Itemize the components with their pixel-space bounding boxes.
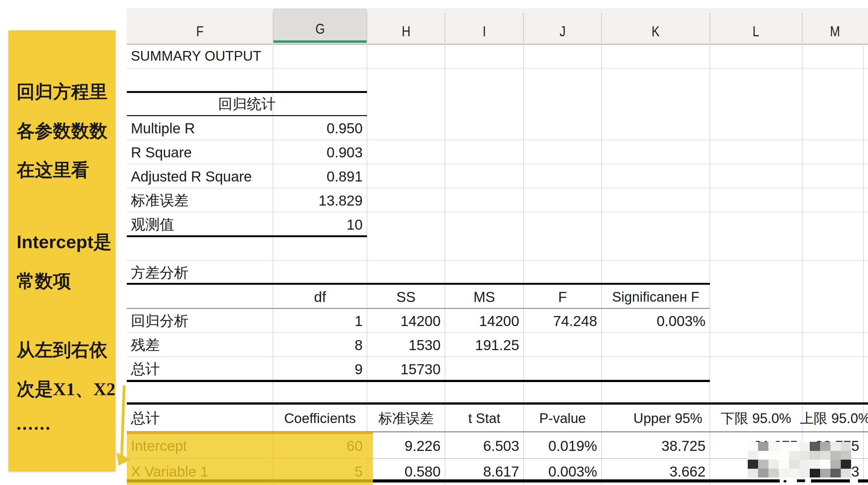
cell-total-label[interactable]: 总计 xyxy=(128,357,272,381)
cell-residual-label[interactable]: 残差 xyxy=(128,333,272,357)
cell-coef-header-tstat[interactable]: t Stat xyxy=(445,405,524,432)
mosaic-pixel xyxy=(820,460,830,469)
mosaic-pixel xyxy=(758,442,768,451)
note-line-ellipsis: ...... xyxy=(17,413,51,434)
cell-intercept-tstat[interactable]: 6.503 xyxy=(445,433,524,459)
mosaic-pixel xyxy=(830,451,841,460)
cell-regression-f[interactable]: 74.248 xyxy=(524,309,601,333)
cell-regression-df[interactable]: 1 xyxy=(273,309,367,333)
grid-divider xyxy=(523,12,524,43)
column-header-M[interactable]: M xyxy=(802,8,868,43)
cell-std-error-value[interactable]: 13.829 xyxy=(273,188,367,213)
cell-r-square-label[interactable]: R Square xyxy=(128,140,272,164)
cell-summary-output[interactable]: SUMMARY OUTPUT xyxy=(128,44,272,68)
cell-multiple-r-value[interactable]: 0.950 xyxy=(273,116,367,140)
mosaic-pixel xyxy=(820,442,830,451)
cell-intercept-pvalue[interactable]: 0.019% xyxy=(524,433,601,459)
cell-coef-header-stderr[interactable]: 标准误差 xyxy=(367,405,445,432)
cell-residual-ms[interactable]: 191.25 xyxy=(445,333,524,357)
mosaic-pixel xyxy=(841,469,851,478)
mosaic-pixel xyxy=(799,451,810,460)
cell-anova-title[interactable]: 方差分析 xyxy=(128,261,272,285)
cell-coef-header-lower950[interactable]: 下限 95.0% xyxy=(710,405,802,432)
cell-observations-label[interactable]: 观测值 xyxy=(128,213,272,236)
border-artifact-mark xyxy=(783,480,786,483)
mosaic-pixel xyxy=(820,451,830,460)
column-header-L[interactable]: L xyxy=(710,8,802,43)
grid-divider xyxy=(710,12,710,43)
cell-coef-header-coefficients[interactable]: Coefficients xyxy=(273,405,367,432)
mosaic-pixel xyxy=(830,460,841,469)
column-header-J[interactable]: J xyxy=(524,8,601,43)
mosaic-pixel xyxy=(841,460,851,469)
column-header-K[interactable]: K xyxy=(601,8,710,43)
cell-coef-header-upper950[interactable]: 上限 95.0% xyxy=(802,405,868,432)
mosaic-pixel xyxy=(810,469,820,478)
note-line: 回归方程里 xyxy=(17,80,107,104)
mosaic-pixel xyxy=(748,460,758,469)
mosaic-pixel xyxy=(841,442,851,451)
cell-adj-r-square-label[interactable]: Adjusted R Square xyxy=(128,164,272,188)
pixelation-censor-block xyxy=(748,442,851,478)
border-thick xyxy=(127,402,868,405)
mosaic-pixel xyxy=(810,460,820,469)
mosaic-pixel xyxy=(820,469,830,478)
column-header-H[interactable]: H xyxy=(367,8,445,43)
cell-regression-sig-f[interactable]: 0.003% xyxy=(601,309,710,333)
column-header-G-selected[interactable]: G xyxy=(273,8,367,43)
grid-divider xyxy=(445,12,445,43)
cell-intercept-upper95[interactable]: 38.725 xyxy=(601,433,710,459)
mosaic-pixel xyxy=(799,442,810,451)
mosaic-pixel xyxy=(779,451,789,460)
cell-anova-header-df[interactable]: df xyxy=(273,285,367,309)
grid-divider xyxy=(601,12,602,43)
note-line: 常数项 xyxy=(17,269,71,293)
cell-adj-r-square-value[interactable]: 0.891 xyxy=(273,164,367,188)
note-line: 各参数数数 xyxy=(17,119,107,143)
grid-divider xyxy=(273,12,273,43)
cell-residual-ss[interactable]: 1530 xyxy=(367,333,445,357)
mosaic-pixel xyxy=(789,451,799,460)
cell-observations-value[interactable]: 10 xyxy=(273,213,367,236)
cell-regression-label[interactable]: 回归分析 xyxy=(128,309,272,333)
mosaic-pixel xyxy=(799,460,810,469)
mosaic-pixel xyxy=(748,469,758,478)
mosaic-pixel xyxy=(810,442,820,451)
mosaic-pixel xyxy=(768,442,779,451)
mosaic-pixel xyxy=(799,469,810,478)
cell-coef-header-pvalue[interactable]: P-value xyxy=(524,405,601,432)
note-line: 在这里看 xyxy=(17,158,89,183)
cell-total-df[interactable]: 9 xyxy=(273,357,367,381)
cell-anova-header-f[interactable]: F xyxy=(524,285,601,309)
cell-anova-header-sig-f[interactable]: Significaneн F xyxy=(601,285,710,309)
cell-std-error-label[interactable]: 标准误差 xyxy=(128,188,272,213)
cell-total-ss[interactable]: 15730 xyxy=(367,357,445,381)
note-line-intercept: Intercept是 xyxy=(17,230,112,254)
mosaic-pixel xyxy=(779,442,789,451)
mosaic-pixel xyxy=(758,460,768,469)
cell-regression-ms[interactable]: 14200 xyxy=(445,309,524,333)
mosaic-pixel xyxy=(789,442,799,451)
cell-intercept-stderr[interactable]: 9.226 xyxy=(367,433,445,459)
cell-anova-header-ms[interactable]: MS xyxy=(445,285,524,309)
cell-residual-df[interactable]: 8 xyxy=(273,333,367,357)
cell-multiple-r-label[interactable]: Multiple R xyxy=(128,116,272,140)
cell-regstats-header[interactable]: 回归统计 xyxy=(127,92,367,116)
cell-coef-header-upper95[interactable]: Upper 95% xyxy=(601,405,710,432)
column-header-I[interactable]: I xyxy=(445,8,524,43)
cell-regression-ss[interactable]: 14200 xyxy=(367,309,445,333)
sticky-note: 回归方程里 各参数数数 在这里看 Intercept是 常数项 从左到右依 次是… xyxy=(8,30,116,472)
mosaic-pixel xyxy=(758,451,768,460)
grid-divider xyxy=(802,12,803,43)
cell-r-square-value[interactable]: 0.903 xyxy=(273,140,367,164)
mosaic-pixel xyxy=(830,469,841,478)
border-artifact-mark xyxy=(797,479,805,482)
mosaic-pixel xyxy=(779,460,789,469)
note-line: 从左到右依 xyxy=(17,338,107,362)
cell-coef-corner[interactable]: 总计 xyxy=(128,405,272,432)
note-line: 次是X1、X2 xyxy=(17,377,116,401)
column-header-F[interactable]: F xyxy=(127,8,273,43)
cell-anova-header-ss[interactable]: SS xyxy=(367,285,445,309)
yellow-highlight-overlay xyxy=(127,432,373,485)
mosaic-pixel xyxy=(768,469,779,478)
